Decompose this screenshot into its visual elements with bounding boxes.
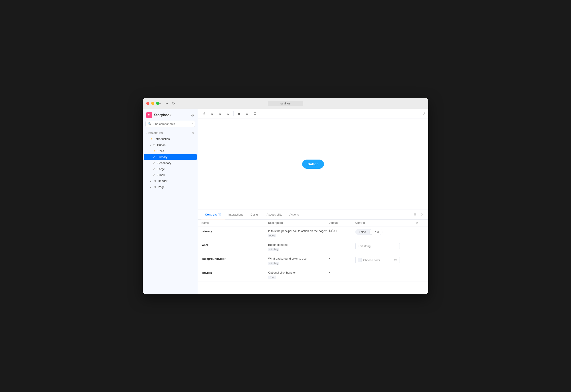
grid-icon[interactable]: ⊞: [243, 111, 251, 117]
section-title: EXAMPLES: [149, 132, 163, 134]
back-button[interactable]: ←: [157, 101, 162, 106]
doc-icon: ≡: [153, 150, 156, 153]
row-desc-label: Button contents string: [268, 243, 329, 251]
row-control-onclick: -: [355, 271, 416, 275]
reset-zoom-icon[interactable]: ⊙: [225, 111, 232, 117]
sidebar-header: S Storybook ⚙: [143, 109, 198, 121]
main-panel: ↺ ⊕ ⊖ ⊙ ▣ ⊞ ☐ ↗ Button Controls (4): [198, 109, 428, 294]
row-default-primary: false: [329, 229, 355, 232]
tab-action-buttons: ⊟ ✕: [412, 212, 425, 217]
row-desc-primary: Is this the principal call to action on …: [268, 229, 329, 237]
outline-icon[interactable]: ☐: [252, 111, 258, 117]
col-header-description: Description: [268, 221, 329, 224]
search-shortcut: /: [192, 123, 193, 125]
tab-controls[interactable]: Controls (4): [201, 210, 225, 219]
sidebar-item-button[interactable]: ▾ ⊞ Button: [144, 142, 197, 148]
browser-nav: ← → ↻: [157, 101, 176, 106]
sidebar-item-label: Docs: [157, 149, 164, 153]
row-name-onclick: onClick: [201, 271, 268, 274]
sidebar-item-introduction[interactable]: ≡ Introduction: [144, 136, 197, 142]
row-name-primary: primary: [201, 229, 268, 233]
sidebar-item-label: Page: [158, 185, 165, 189]
table-row: backgroundColor What background color to…: [198, 254, 428, 268]
component-icon: ⊞: [153, 185, 157, 189]
section-chevron-icon[interactable]: ▾: [146, 132, 148, 134]
controls-table: Name Description Default Control ↺ prima…: [198, 220, 428, 294]
sidebar-item-label: Introduction: [155, 137, 170, 141]
settings-icon[interactable]: ⚙: [191, 113, 194, 117]
row-control-label: [355, 243, 416, 249]
color-swatch: [358, 258, 362, 262]
row-name-label: label: [201, 243, 268, 247]
split-view-icon[interactable]: ⊟: [412, 212, 418, 217]
search-input[interactable]: [153, 122, 191, 126]
expand-icon: ▶: [150, 186, 152, 188]
refresh-button[interactable]: ↻: [171, 101, 176, 106]
brand-icon: S: [146, 112, 152, 118]
row-name-bgcolor: backgroundColor: [201, 257, 268, 260]
toolbar: ↺ ⊕ ⊖ ⊙ ▣ ⊞ ☐ ↗: [198, 109, 428, 118]
table-row: label Button contents string -: [198, 240, 428, 254]
row-control-bgcolor: Choose color... </>: [355, 257, 416, 263]
table-row: primary Is this the principal call to ac…: [198, 226, 428, 240]
story-icon: ⊙: [153, 168, 156, 171]
tabs-bar: Controls (4) Interactions Design Accessi…: [198, 210, 428, 220]
app-body: S Storybook ⚙ 🔍 / ▾ EXAMPLES ⊙ ≡ Introdu…: [143, 109, 428, 294]
sidebar-item-label: Large: [157, 167, 165, 171]
preview-area: Button: [198, 118, 428, 210]
search-box[interactable]: 🔍 /: [145, 121, 195, 127]
zoom-in-icon[interactable]: ⊕: [209, 111, 216, 117]
viewport-icon[interactable]: ▣: [235, 111, 243, 117]
section-label: ▾ EXAMPLES ⊙: [143, 130, 198, 136]
sidebar: S Storybook ⚙ 🔍 / ▾ EXAMPLES ⊙ ≡ Introdu…: [143, 109, 198, 294]
tab-accessibility[interactable]: Accessibility: [263, 210, 286, 219]
close-button[interactable]: [146, 102, 149, 105]
preview-button[interactable]: Button: [302, 160, 324, 169]
search-icon: 🔍: [148, 122, 151, 126]
tab-interactions[interactable]: Interactions: [225, 210, 247, 219]
sidebar-item-small[interactable]: ⊙ Small: [144, 172, 197, 178]
sidebar-item-large[interactable]: ⊙ Large: [144, 166, 197, 172]
bool-option-false[interactable]: False: [355, 229, 370, 235]
sidebar-item-secondary[interactable]: ⊙ Secondary: [144, 160, 197, 166]
doc-icon: ≡: [150, 138, 153, 141]
col-header-name: Name: [201, 221, 268, 224]
sync-icon[interactable]: ↺: [200, 111, 208, 117]
zoom-out-icon[interactable]: ⊖: [216, 111, 224, 117]
component-icon: ⊞: [152, 143, 156, 147]
expand-icon: ▾: [150, 144, 151, 146]
close-panel-icon[interactable]: ✕: [419, 212, 425, 217]
label-input[interactable]: [355, 243, 400, 249]
url-bar[interactable]: localhost: [268, 101, 303, 106]
row-desc-bgcolor: What background color to use string: [268, 257, 329, 265]
minimize-button[interactable]: [151, 102, 154, 105]
sidebar-item-primary[interactable]: ⊙ Primary: [144, 154, 197, 160]
bool-option-true[interactable]: True: [370, 229, 383, 235]
story-icon: ⊙: [153, 162, 156, 165]
pin-icon[interactable]: ⊙: [192, 132, 194, 135]
sidebar-item-docs[interactable]: ≡ Docs: [144, 148, 197, 154]
app-window: ← → ↻ localhost S Storybook ⚙ 🔍 / ▾: [143, 98, 428, 294]
expand-icon: ▶: [150, 180, 152, 182]
tab-design[interactable]: Design: [247, 210, 263, 219]
component-icon: ⊞: [153, 180, 157, 183]
brand: S Storybook: [146, 112, 171, 118]
sidebar-item-label: Header: [158, 179, 167, 183]
reset-all-icon[interactable]: ↺: [416, 221, 418, 224]
color-placeholder: Choose color...: [363, 258, 392, 262]
col-header-reset: ↺: [416, 221, 425, 224]
code-icon[interactable]: </>: [394, 258, 397, 262]
col-header-control: Control: [355, 221, 416, 224]
sidebar-item-header[interactable]: ▶ ⊞ Header: [144, 178, 197, 184]
row-default-bgcolor: -: [329, 257, 355, 260]
tab-actions[interactable]: Actions: [286, 210, 302, 219]
table-header: Name Description Default Control ↺: [198, 220, 428, 226]
sidebar-item-page[interactable]: ▶ ⊞ Page: [144, 184, 197, 190]
external-link-icon[interactable]: ↗: [423, 111, 426, 115]
forward-button[interactable]: →: [164, 101, 170, 106]
col-header-default: Default: [329, 221, 355, 224]
sidebar-item-label: Button: [157, 143, 166, 147]
story-icon: ⊙: [153, 155, 156, 159]
color-picker-control[interactable]: Choose color... </>: [355, 257, 400, 263]
sidebar-item-label: Small: [157, 173, 165, 177]
